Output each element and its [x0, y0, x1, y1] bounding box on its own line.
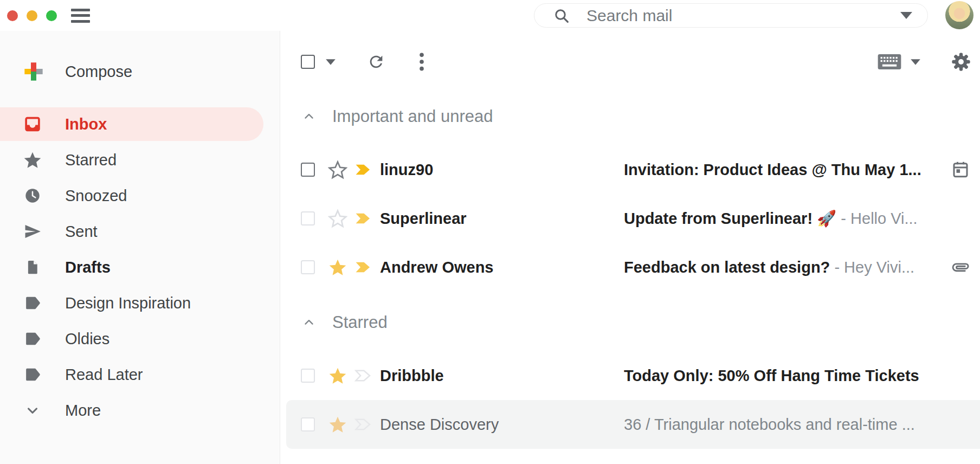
- sidebar: Compose Inbox Starred: [0, 31, 280, 464]
- main-menu-icon[interactable]: [71, 9, 90, 23]
- search-bar[interactable]: [534, 3, 928, 28]
- email-list-starred: Dribbble Today Only: 50% Off Hang Time T…: [280, 351, 980, 449]
- importance-marker-icon[interactable]: [354, 366, 372, 385]
- label-icon: [23, 365, 42, 384]
- drafts-icon: [23, 257, 42, 277]
- email-list-important: linuz90 Invitation: Product Ideas @ Thu …: [280, 145, 980, 292]
- row-checkbox[interactable]: [301, 260, 315, 274]
- search-input[interactable]: [570, 6, 900, 25]
- gmail-window: Compose Inbox Starred: [0, 0, 980, 464]
- calendar-icon: [951, 160, 970, 179]
- email-subject: Update from Superlinear! 🚀 - Hello Vi...: [624, 209, 970, 228]
- compose-plus-icon: [23, 61, 44, 82]
- label-icon: [23, 293, 42, 313]
- sidebar-item-starred[interactable]: Starred: [0, 142, 280, 178]
- sidebar-item-inbox[interactable]: Inbox: [0, 107, 263, 141]
- email-row[interactable]: Andrew Owens Feedback on latest design? …: [280, 243, 980, 292]
- row-checkbox[interactable]: [301, 369, 315, 383]
- section-header-starred: Starred: [280, 307, 980, 338]
- sidebar-item-design-inspiration[interactable]: Design Inspiration: [0, 285, 280, 321]
- inbox-icon: [23, 114, 42, 134]
- row-checkbox[interactable]: [301, 417, 315, 431]
- label-icon: [23, 329, 42, 349]
- chevron-down-icon: [23, 401, 42, 420]
- star-toggle-icon[interactable]: [328, 257, 347, 277]
- toolbar-right-tools: [877, 51, 971, 72]
- star-toggle-icon[interactable]: [328, 366, 347, 385]
- collapse-section-chevron-icon[interactable]: [302, 315, 316, 330]
- sidebar-item-more[interactable]: More: [0, 392, 280, 428]
- sidebar-item-label: Design Inspiration: [65, 294, 191, 312]
- email-row[interactable]: Superlinear Update from Superlinear! 🚀 -…: [280, 194, 980, 243]
- email-subject: Feedback on latest design? - Hey Vivi...: [624, 259, 940, 276]
- refresh-button[interactable]: [367, 53, 385, 71]
- star-icon: [23, 150, 42, 170]
- star-toggle-icon[interactable]: [328, 160, 347, 179]
- compose-label: Compose: [65, 63, 132, 81]
- section-header-important: Important and unread: [280, 101, 980, 132]
- gear-icon: [951, 51, 971, 72]
- sidebar-item-label: More: [65, 402, 101, 420]
- row-checkbox[interactable]: [301, 211, 315, 225]
- sidebar-item-read-later[interactable]: Read Later: [0, 357, 280, 392]
- section-title: Starred: [332, 313, 388, 332]
- importance-marker-icon[interactable]: [354, 415, 372, 434]
- sidebar-item-snoozed[interactable]: Snoozed: [0, 178, 280, 214]
- email-sender: Dribbble: [380, 367, 624, 385]
- input-tools-button[interactable]: [877, 53, 902, 70]
- more-actions-button[interactable]: [419, 51, 424, 72]
- row-checkbox[interactable]: [301, 163, 315, 177]
- send-icon: [23, 222, 42, 241]
- email-row[interactable]: Dribbble Today Only: 50% Off Hang Time T…: [280, 351, 980, 400]
- compose-button[interactable]: Compose: [0, 54, 280, 89]
- email-subject: Invitation: Product Ideas @ Thu May 1...: [624, 161, 940, 179]
- select-all-checkbox[interactable]: [301, 55, 315, 69]
- email-sender: Superlinear: [380, 210, 624, 228]
- sidebar-item-drafts[interactable]: Drafts: [0, 249, 280, 285]
- window-controls: [7, 10, 57, 21]
- email-sender: Dense Discovery: [380, 416, 624, 434]
- sidebar-item-sent[interactable]: Sent: [0, 214, 280, 249]
- window-titlebar: [0, 0, 980, 31]
- collapse-section-chevron-icon[interactable]: [302, 109, 316, 124]
- email-subject: 36 / Triangular notebooks and real-time …: [624, 416, 970, 434]
- importance-marker-icon[interactable]: [354, 160, 372, 179]
- importance-marker-icon[interactable]: [354, 258, 372, 276]
- input-tools-chevron-icon[interactable]: [911, 59, 920, 65]
- sidebar-item-label: Starred: [65, 151, 117, 169]
- sidebar-item-label: Sent: [65, 223, 98, 241]
- search-icon: [553, 7, 570, 24]
- sidebar-item-label: Inbox: [65, 115, 107, 133]
- star-toggle-icon[interactable]: [328, 209, 347, 228]
- sidebar-item-oldies[interactable]: Oldies: [0, 321, 280, 357]
- list-toolbar: [280, 50, 980, 73]
- keyboard-icon: [877, 53, 902, 70]
- close-window-button[interactable]: [7, 10, 18, 21]
- search-options-chevron-icon[interactable]: [900, 12, 912, 19]
- account-avatar[interactable]: [945, 1, 973, 29]
- sidebar-item-label: Drafts: [65, 259, 111, 276]
- importance-marker-icon[interactable]: [354, 209, 372, 228]
- email-subject: Today Only: 50% Off Hang Time Tickets: [624, 367, 970, 385]
- sidebar-item-label: Snoozed: [65, 187, 127, 205]
- section-title: Important and unread: [332, 107, 493, 126]
- minimize-window-button[interactable]: [27, 10, 37, 21]
- select-options-chevron-icon[interactable]: [326, 59, 336, 65]
- mail-list-pane: Important and unread linuz90 Invitation:…: [280, 31, 980, 464]
- email-sender: Andrew Owens: [380, 259, 624, 276]
- star-toggle-icon[interactable]: [328, 415, 347, 434]
- paperclip-icon: [951, 257, 970, 277]
- zoom-window-button[interactable]: [46, 10, 57, 21]
- settings-button[interactable]: [951, 51, 971, 72]
- clock-icon: [23, 186, 42, 205]
- sidebar-item-label: Read Later: [65, 366, 143, 384]
- email-row[interactable]: linuz90 Invitation: Product Ideas @ Thu …: [280, 145, 980, 194]
- folder-list: Inbox Starred Snoozed: [0, 107, 280, 428]
- sidebar-item-label: Oldies: [65, 330, 109, 348]
- email-sender: linuz90: [380, 161, 624, 179]
- email-row[interactable]: Dense Discovery 36 / Triangular notebook…: [286, 400, 980, 449]
